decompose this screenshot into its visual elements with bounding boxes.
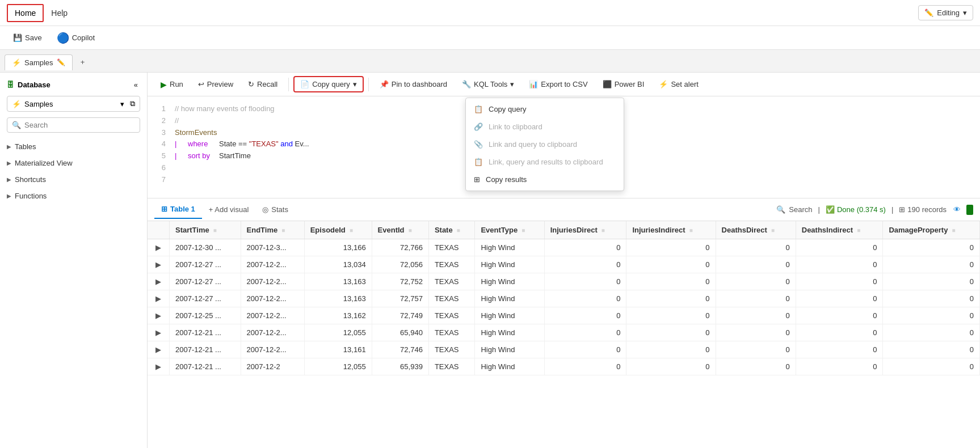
eventtype-cell: High Wind xyxy=(475,256,544,273)
col-dthdirect[interactable]: DeathsDirect ≡ xyxy=(716,221,796,239)
search-box[interactable]: 🔍 xyxy=(7,117,140,133)
dthindirect-cell: 0 xyxy=(796,324,883,341)
table-tab[interactable]: ⊞ Table 1 xyxy=(154,200,202,219)
row-expand-icon[interactable]: ▶ xyxy=(153,242,163,253)
damage-cell: 0 xyxy=(883,290,980,307)
sidebar-item-shortcuts[interactable]: ▶ Shortcuts xyxy=(0,171,147,188)
copilot-button[interactable]: 🔵 Copilot xyxy=(52,28,100,48)
copy-query-label: Copy query xyxy=(312,80,350,88)
col-state[interactable]: State ≡ xyxy=(428,221,475,239)
row-expand-icon[interactable]: ▶ xyxy=(153,344,163,355)
sidebar-title-group: 🗄 Database xyxy=(7,81,51,89)
injindirect-cell: 0 xyxy=(626,307,716,324)
dropdown-copy-query[interactable]: 📋 Copy query xyxy=(466,100,624,118)
sidebar: 🗄 Database « ⚡ Samples ▾ ⧉ 🔍 ▶ Tables ▶ … xyxy=(0,73,148,448)
col-endtime[interactable]: EndTime ≡ xyxy=(241,221,304,239)
eye-icon[interactable]: 👁 xyxy=(953,205,961,214)
data-table-wrapper[interactable]: StartTime ≡ EndTime ≡ EpisodeId ≡ xyxy=(148,221,980,448)
col-injindirect[interactable]: InjuriesIndirect ≡ xyxy=(626,221,716,239)
row-expand-icon[interactable]: ▶ xyxy=(153,361,163,372)
search-input[interactable] xyxy=(24,121,135,129)
recall-button[interactable]: ↻ Recall xyxy=(242,77,284,92)
expand-cell[interactable]: ▶ xyxy=(148,358,170,375)
copy-query-menu-label: Copy query xyxy=(489,105,526,113)
set-alert-button[interactable]: ⚡ Set alert xyxy=(653,77,704,92)
row-expand-icon[interactable]: ▶ xyxy=(153,259,163,270)
col-injindirect-label: InjuriesIndirect xyxy=(632,226,685,234)
endtime-cell: 2007-12-2... xyxy=(241,273,304,290)
expand-cell[interactable]: ▶ xyxy=(148,324,170,341)
table-row: ▶ 2007-12-27 ... 2007-12-2... 13,163 72,… xyxy=(148,290,980,307)
separator-1: | xyxy=(818,205,820,214)
database-dropdown[interactable]: ⚡ Samples ▾ ⧉ xyxy=(7,96,140,112)
col-dthindirect-label: DeathsIndirect xyxy=(802,226,853,234)
col-starttime[interactable]: StartTime ≡ xyxy=(170,221,241,239)
col-dthindirect[interactable]: DeathsIndirect ≡ xyxy=(796,221,883,239)
state-cell: TEXAS xyxy=(428,307,475,324)
tab-add-button[interactable]: + xyxy=(75,54,91,70)
run-button[interactable]: ▶ Run xyxy=(154,77,190,92)
sidebar-item-tables[interactable]: ▶ Tables xyxy=(0,138,147,155)
power-bi-button[interactable]: ⬛ Power BI xyxy=(596,77,651,92)
sidebar-item-materialized-view[interactable]: ▶ Materialized View xyxy=(0,155,147,171)
expand-cell[interactable]: ▶ xyxy=(148,256,170,273)
expand-cell[interactable]: ▶ xyxy=(148,239,170,256)
functions-chevron-icon: ▶ xyxy=(7,193,11,199)
dropdown-copy-results[interactable]: ⊞ Copy results xyxy=(466,171,624,188)
eventtype-cell: High Wind xyxy=(475,324,544,341)
expand-cell[interactable]: ▶ xyxy=(148,290,170,307)
done-label: Done (0.374 s) xyxy=(837,205,886,214)
link-query-clipboard-label: Link and query to clipboard xyxy=(489,140,577,149)
row-expand-icon[interactable]: ▶ xyxy=(153,276,163,287)
eventid-cell: 65,940 xyxy=(372,324,428,341)
nav-help[interactable]: Help xyxy=(44,5,75,22)
endtime-cell: 2007-12-2... xyxy=(241,290,304,307)
eventid-cell: 72,749 xyxy=(372,307,428,324)
row-expand-icon[interactable]: ▶ xyxy=(153,310,163,321)
save-icon: 💾 xyxy=(13,33,22,42)
tables-chevron-icon: ▶ xyxy=(7,143,11,150)
col-eventtype[interactable]: EventType ≡ xyxy=(475,221,544,239)
injdirect-cell: 0 xyxy=(544,273,626,290)
records-badge: ⊞ 190 records xyxy=(899,205,947,214)
col-eventid[interactable]: EventId ≡ xyxy=(372,221,428,239)
recall-icon: ↻ xyxy=(248,80,254,88)
sidebar-item-functions[interactable]: ▶ Functions xyxy=(0,188,147,204)
stats-button[interactable]: ◎ Stats xyxy=(255,202,295,217)
add-visual-button[interactable]: + Add visual xyxy=(202,202,255,217)
col-endtime-label: EndTime xyxy=(247,226,278,234)
col-episodeid[interactable]: EpisodeId ≡ xyxy=(304,221,372,239)
tab-samples[interactable]: ⚡ Samples ✏️ xyxy=(5,54,73,70)
tab-samples-label: Samples xyxy=(24,58,53,67)
link-clipboard-icon: 🔗 xyxy=(474,122,483,131)
sidebar-collapse-button[interactable]: « xyxy=(132,79,140,90)
export-csv-button[interactable]: 📊 Export to CSV xyxy=(523,77,594,92)
row-expand-icon[interactable]: ▶ xyxy=(153,327,163,338)
editing-chevron-icon: ▾ xyxy=(963,9,967,17)
kql-tools-button[interactable]: 🔧 KQL Tools ▾ xyxy=(456,77,520,92)
sort-icon-episodeid: ≡ xyxy=(350,227,353,234)
save-button[interactable]: 💾 Save xyxy=(8,30,47,45)
row-expand-icon[interactable]: ▶ xyxy=(153,293,163,304)
col-injdirect[interactable]: InjuriesDirect ≡ xyxy=(544,221,626,239)
sort-icon-starttime: ≡ xyxy=(213,227,217,234)
expand-cell[interactable]: ▶ xyxy=(148,307,170,324)
db-dropdown-copy-icon[interactable]: ⧉ xyxy=(130,99,135,108)
col-damage[interactable]: DamageProperty ≡ xyxy=(883,221,980,239)
shortcuts-chevron-icon: ▶ xyxy=(7,176,11,183)
expand-cell[interactable]: ▶ xyxy=(148,273,170,290)
nav-home[interactable]: Home xyxy=(7,4,44,22)
database-icon: 🗄 xyxy=(7,81,14,89)
results-tabs: ⊞ Table 1 + Add visual ◎ Stats 🔍 Search … xyxy=(148,198,980,221)
db-dropdown-chevron-icon: ▾ xyxy=(120,100,124,108)
tab-edit-icon[interactable]: ✏️ xyxy=(57,58,65,66)
dthindirect-cell: 0 xyxy=(796,358,883,375)
editing-pencil-icon: ✏️ xyxy=(924,9,933,17)
copy-query-button[interactable]: 📄 Copy query ▾ xyxy=(293,76,363,92)
expand-cell[interactable]: ▶ xyxy=(148,341,170,358)
done-check-icon: ✅ xyxy=(826,205,835,214)
copy-results-icon: ⊞ xyxy=(474,175,480,184)
preview-button[interactable]: ↩ Preview xyxy=(192,77,239,92)
editing-button[interactable]: ✏️ Editing ▾ xyxy=(918,5,973,20)
pin-dashboard-button[interactable]: 📌 Pin to dashboard xyxy=(373,77,453,92)
